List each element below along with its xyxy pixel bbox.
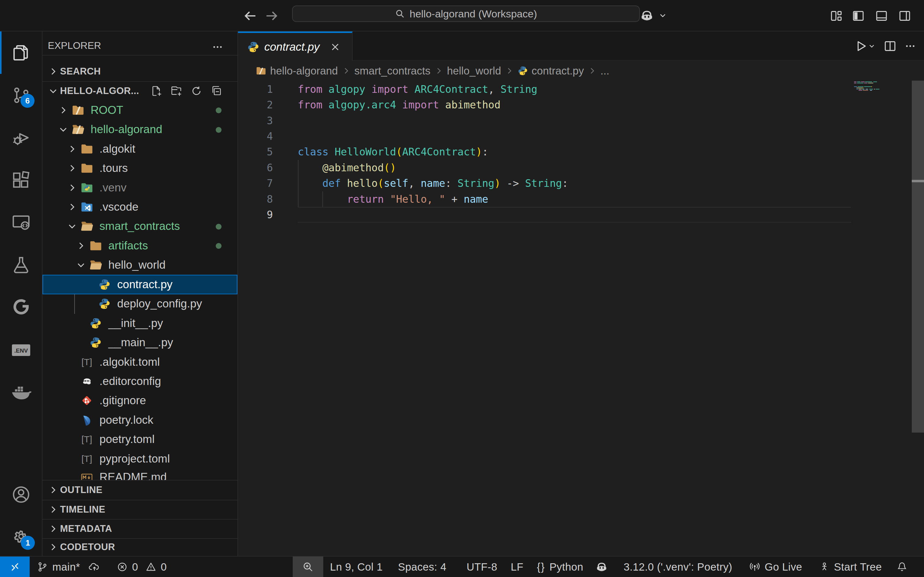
refresh-icon[interactable] xyxy=(191,85,202,97)
python-icon xyxy=(247,41,259,53)
tab-contract-py[interactable]: contract.py xyxy=(238,31,353,61)
code-token: : xyxy=(562,177,568,189)
section-metadata[interactable]: METADATA xyxy=(42,519,237,538)
eol-status[interactable]: LF xyxy=(511,561,523,573)
notifications-bell-icon[interactable] xyxy=(897,561,908,572)
line-number: 7 xyxy=(238,176,273,191)
zoom-status[interactable] xyxy=(293,556,323,577)
cursor-position-status[interactable]: Ln 9, Col 1 xyxy=(330,561,383,573)
tree-item-venv[interactable]: .venv xyxy=(42,178,237,197)
activity-extensions[interactable] xyxy=(0,159,42,201)
customize-layout-button[interactable] xyxy=(830,10,843,22)
nav-forward-button[interactable] xyxy=(264,8,280,24)
activity-accounts[interactable] xyxy=(0,473,42,516)
tree-item-smart-contracts[interactable]: smart_contracts xyxy=(42,217,237,236)
new-file-icon[interactable] xyxy=(151,85,162,97)
tree-item-contract-py[interactable]: contract.py xyxy=(42,275,237,294)
language-status[interactable]: {} Python xyxy=(537,561,583,573)
activity-explorer[interactable] xyxy=(0,31,42,74)
tree-item-main-py[interactable]: __main__.py xyxy=(42,333,237,352)
code-area[interactable]: 1 2 3 4 5 6 7 8 9 from algopy import ARC… xyxy=(238,81,924,556)
encoding-status[interactable]: UTF-8 xyxy=(467,561,498,573)
activity-run-debug[interactable] xyxy=(0,116,42,159)
code-token: String xyxy=(501,83,538,95)
minimap-line-segment xyxy=(856,88,862,89)
run-python-file-button[interactable] xyxy=(855,39,876,53)
activity-source-control[interactable]: 6 xyxy=(0,74,42,116)
tree-item-gitignore[interactable]: .gitignore xyxy=(42,391,237,410)
copilot-status-icon[interactable] xyxy=(595,560,608,574)
activity-docker[interactable] xyxy=(0,371,42,413)
breadcrumb-item[interactable]: contract.py xyxy=(518,65,584,77)
code-token: hello xyxy=(347,177,378,189)
activity-testing[interactable] xyxy=(0,243,42,286)
breadcrumb-item[interactable]: smart_contracts xyxy=(354,65,431,77)
chevron-right-icon xyxy=(48,524,58,534)
collapse-all-icon[interactable] xyxy=(211,85,222,97)
tree-item-algokit[interactable]: .algokit xyxy=(42,139,237,158)
folder-icon xyxy=(79,142,94,156)
code-token: ARC4Contract xyxy=(402,146,476,158)
section-workspace[interactable]: HELLO-ALGOR... xyxy=(42,81,237,100)
activity-gitlens[interactable] xyxy=(0,286,42,329)
scrollbar-slider[interactable] xyxy=(912,81,924,433)
breadcrumb-item[interactable]: ... xyxy=(601,65,609,77)
activity-settings[interactable]: 1 xyxy=(0,515,42,558)
tree-item-algokit-toml[interactable]: [T] .algokit.toml xyxy=(42,352,237,372)
close-icon[interactable] xyxy=(330,42,340,52)
broadcast-icon xyxy=(749,561,760,572)
tree-item-hello-world[interactable]: hello_world xyxy=(42,256,237,275)
split-editor-button[interactable] xyxy=(884,40,897,53)
minimap[interactable] xyxy=(854,82,906,94)
tree-item-root[interactable]: ROOT xyxy=(42,100,237,120)
tree-item-pyproject-toml[interactable]: [T] pyproject.toml xyxy=(42,449,237,468)
tree-item-poetry-toml[interactable]: [T] poetry.toml xyxy=(42,430,237,449)
section-outline[interactable]: OUTLINE xyxy=(42,480,237,500)
minimap-line-segment xyxy=(858,86,864,87)
start-tree-status[interactable]: Start Tree xyxy=(819,561,882,573)
problems-status[interactable]: 0 0 xyxy=(117,561,167,573)
activity-remote-explorer[interactable] xyxy=(0,201,42,243)
git-branch-status[interactable]: main* xyxy=(37,561,100,573)
chevron-right-icon xyxy=(55,105,71,115)
editor-more-actions-button[interactable] xyxy=(905,40,916,52)
breadcrumb-item[interactable]: hello_world xyxy=(447,65,501,77)
tree-item-editorconfig[interactable]: .editorconfig xyxy=(42,372,237,391)
scm-badge: 6 xyxy=(21,94,34,108)
code-line: class HelloWorld(ARC4Contract): xyxy=(298,144,488,160)
minimap-line-segment xyxy=(874,89,875,90)
toggle-secondary-sidebar-button[interactable] xyxy=(898,10,911,22)
tree-item-artifacts[interactable]: artifacts xyxy=(42,236,237,255)
activity-dotenv[interactable]: .ENV xyxy=(0,329,42,371)
toggle-panel-button[interactable] xyxy=(875,10,888,22)
indentation-status[interactable]: Spaces: 4 xyxy=(398,561,446,573)
breadcrumb-item[interactable]: hello-algorand xyxy=(255,65,338,77)
tree-item-init-py[interactable]: __init__.py xyxy=(42,314,237,333)
tree-item-hello-algorand[interactable]: hello-algorand xyxy=(42,120,237,139)
section-timeline[interactable]: TIMELINE xyxy=(42,500,237,519)
tree-item-poetry-lock[interactable]: poetry.lock xyxy=(42,410,237,430)
tab-bar: contract.py xyxy=(238,31,924,61)
python-interpreter-status[interactable]: 3.12.0 ('.venv': Poetry) xyxy=(624,561,732,573)
section-codetour[interactable]: CODETOUR xyxy=(42,538,237,556)
remote-indicator[interactable] xyxy=(0,556,30,577)
code-token: name xyxy=(464,193,488,205)
section-search[interactable]: SEARCH xyxy=(42,60,237,82)
toggle-primary-sidebar-button[interactable] xyxy=(852,10,865,22)
status-label: Ln 9, Col 1 xyxy=(330,561,383,573)
minimap-line-segment xyxy=(859,89,862,90)
tree-item-vscode[interactable]: .vscode xyxy=(42,197,237,216)
status-label: Python xyxy=(549,561,583,573)
code-token: + xyxy=(445,193,464,205)
go-live-status[interactable]: Go Live xyxy=(749,561,802,573)
explorer-more-actions-icon[interactable] xyxy=(212,41,223,53)
copilot-menu[interactable] xyxy=(639,8,667,23)
tree-item-tours[interactable]: .tours xyxy=(42,159,237,178)
new-folder-icon[interactable] xyxy=(171,85,182,97)
code-token: HelloWorld xyxy=(334,146,396,158)
nav-back-button[interactable] xyxy=(242,8,258,24)
status-label: Spaces: 4 xyxy=(398,561,446,573)
tree-item-deploy-config-py[interactable]: deploy_config.py xyxy=(42,294,237,314)
tree-item-readme-md[interactable]: README.md xyxy=(42,468,237,480)
command-center-search[interactable]: hello-algorand (Workspace) xyxy=(292,5,640,22)
